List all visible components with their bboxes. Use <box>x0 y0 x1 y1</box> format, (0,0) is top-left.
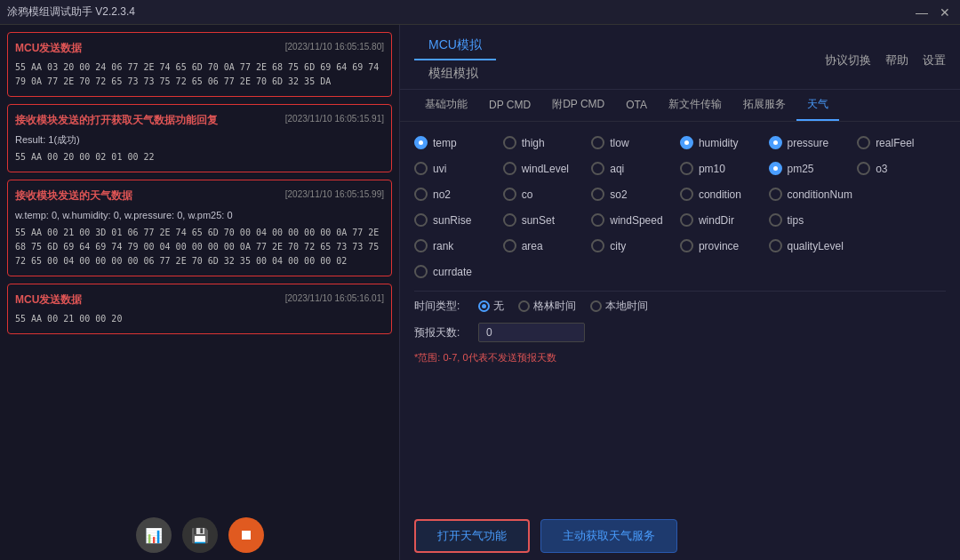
save-button[interactable]: 💾 <box>182 517 218 553</box>
sub-tab-weather[interactable]: 天气 <box>796 90 839 121</box>
sub-tab-expand[interactable]: 拓展服务 <box>732 90 796 121</box>
checkbox-circle-tips <box>769 213 782 227</box>
checkbox-item-condition[interactable]: condition <box>680 184 769 204</box>
checkbox-label-area: area <box>522 240 543 252</box>
checkbox-item-sunSet[interactable]: sunSet <box>503 210 592 230</box>
log-note: w.temp: 0, w.humidity: 0, w.pressure: 0,… <box>15 208 384 224</box>
action-btn-fetch-weather[interactable]: 主动获取天气服务 <box>540 519 677 553</box>
checkbox-item-thigh[interactable]: thigh <box>503 132 592 153</box>
checkbox-label-temp: temp <box>433 137 457 149</box>
checkbox-label-currdate: currdate <box>433 266 472 278</box>
stop-button[interactable]: ⏹ <box>228 517 264 553</box>
checkbox-item-city[interactable]: city <box>591 236 680 256</box>
checkbox-item-co[interactable]: co <box>503 184 592 204</box>
checkbox-item-area[interactable]: area <box>503 236 592 256</box>
checkbox-item-pm25[interactable]: pm25 <box>769 158 858 179</box>
checkbox-item-sunRise[interactable]: sunRise <box>414 210 503 230</box>
sub-tab-dp-cmd[interactable]: DP CMD <box>478 92 541 120</box>
sub-tab-attach-dp[interactable]: 附DP CMD <box>541 90 615 121</box>
checkbox-spacer-empty1 <box>857 184 946 204</box>
checkbox-circle-conditionNum <box>769 188 782 201</box>
checkbox-item-no2[interactable]: no2 <box>414 184 503 204</box>
checkbox-item-tlow[interactable]: tlow <box>591 132 680 153</box>
checkbox-circle-thigh <box>503 136 516 149</box>
checkbox-item-uvi[interactable]: uvi <box>414 158 503 179</box>
checkbox-label-realFeel: realFeel <box>876 137 914 149</box>
divider <box>414 291 946 292</box>
checkbox-grid: tempthightlowhumiditypressurerealFeeluvi… <box>414 132 946 282</box>
log-block-log4: MCU发送数据 [2023/11/10 16:05:16.01] 55 AA 0… <box>7 284 392 334</box>
checkbox-label-humidity: humidity <box>699 137 739 149</box>
checkbox-label-co: co <box>522 188 533 201</box>
forecast-days-input[interactable] <box>478 323 585 342</box>
checkbox-item-humidity[interactable]: humidity <box>680 132 769 153</box>
checkbox-item-province[interactable]: province <box>680 236 769 256</box>
nav-action-settings[interactable]: 设置 <box>923 52 946 68</box>
sub-tab-ota[interactable]: OTA <box>615 92 658 120</box>
log-data: 55 AA 00 20 00 02 01 00 22 <box>15 150 384 164</box>
chart-button[interactable]: 📊 <box>136 517 172 553</box>
checkbox-item-so2[interactable]: so2 <box>591 184 680 204</box>
checkbox-circle-no2 <box>414 188 428 201</box>
checkbox-circle-qualityLevel <box>769 239 782 252</box>
checkbox-item-tips[interactable]: tips <box>769 210 858 230</box>
checkbox-item-temp[interactable]: temp <box>414 132 503 153</box>
checkbox-circle-province <box>680 239 693 252</box>
checkbox-circle-currdate <box>414 265 428 278</box>
checkbox-item-o3[interactable]: o3 <box>857 158 946 179</box>
checkbox-circle-windDir <box>680 213 693 227</box>
log-time: [2023/11/10 16:05:15.80] <box>285 40 384 57</box>
checkbox-label-tips: tips <box>788 214 804 227</box>
checkbox-label-pm10: pm10 <box>699 163 725 175</box>
titlebar: 涂鸦模组调试助手 V2.2.3.4 — ✕ <box>0 0 960 25</box>
radio-item-none[interactable]: 无 <box>478 299 504 314</box>
checkbox-item-windDir[interactable]: windDir <box>680 210 769 230</box>
checkbox-circle-rank <box>414 239 428 252</box>
checkbox-item-currdate[interactable]: currdate <box>414 261 503 282</box>
checkbox-item-aqi[interactable]: aqi <box>591 158 680 179</box>
checkbox-circle-pressure <box>769 136 782 149</box>
close-button[interactable]: ✕ <box>937 4 953 20</box>
checkbox-label-tlow: tlow <box>610 137 628 149</box>
forecast-days-label: 预报天数: <box>414 325 468 340</box>
log-data: 55 AA 00 21 00 3D 01 06 77 2E 74 65 6D 7… <box>15 226 384 268</box>
main-tab-mcu-sim[interactable]: MCU模拟 <box>414 32 496 60</box>
checkbox-circle-uvi <box>414 162 428 175</box>
radio-item-local[interactable]: 本地时间 <box>590 299 648 314</box>
nav-action-protocol-switch[interactable]: 协议切换 <box>825 52 871 68</box>
right-panel: MCU模拟模组模拟 协议切换帮助设置 基础功能DP CMD附DP CMDOTA新… <box>400 25 960 560</box>
checkbox-label-rank: rank <box>433 240 453 252</box>
checkbox-spacer-empty2 <box>857 210 946 230</box>
checkbox-item-realFeel[interactable]: realFeel <box>857 132 946 153</box>
log-time: [2023/11/10 16:05:16.01] <box>285 292 384 308</box>
left-panel: MCU发送数据 [2023/11/10 16:05:15.80] 55 AA 0… <box>0 25 400 560</box>
radio-item-greenwich[interactable]: 格林时间 <box>518 299 576 314</box>
sub-tab-basic[interactable]: 基础功能 <box>414 90 478 121</box>
radio-circle-local <box>590 300 602 312</box>
checkbox-item-windLevel[interactable]: windLevel <box>503 158 592 179</box>
checkbox-label-condition: condition <box>699 188 741 201</box>
minimize-button[interactable]: — <box>914 4 930 20</box>
checkbox-item-pm10[interactable]: pm10 <box>680 158 769 179</box>
radio-label-greenwich: 格林时间 <box>533 299 576 314</box>
checkbox-label-sunSet: sunSet <box>522 214 555 227</box>
checkbox-item-qualityLevel[interactable]: qualityLevel <box>769 236 858 256</box>
checkbox-item-rank[interactable]: rank <box>414 236 503 256</box>
log-title: MCU发送数据 <box>15 40 82 57</box>
sub-tab-new-file[interactable]: 新文件传输 <box>658 90 732 121</box>
checkbox-circle-so2 <box>591 188 604 201</box>
checkbox-circle-tlow <box>591 136 604 149</box>
checkbox-circle-co <box>503 188 516 201</box>
checkbox-circle-windLevel <box>503 162 516 175</box>
checkbox-item-windSpeed[interactable]: windSpeed <box>591 210 680 230</box>
checkbox-item-pressure[interactable]: pressure <box>769 132 858 153</box>
action-btn-open-weather[interactable]: 打开天气功能 <box>414 519 530 553</box>
checkbox-label-uvi: uvi <box>433 163 446 175</box>
main-tab-module-sim[interactable]: 模组模拟 <box>414 60 496 89</box>
checkbox-label-windLevel: windLevel <box>522 163 569 175</box>
checkbox-item-conditionNum[interactable]: conditionNum <box>769 184 858 204</box>
checkbox-label-o3: o3 <box>876 163 887 175</box>
log-header: MCU发送数据 [2023/11/10 16:05:15.80] <box>15 40 384 57</box>
nav-action-help[interactable]: 帮助 <box>885 52 908 68</box>
content-area: tempthightlowhumiditypressurerealFeeluvi… <box>400 122 960 512</box>
